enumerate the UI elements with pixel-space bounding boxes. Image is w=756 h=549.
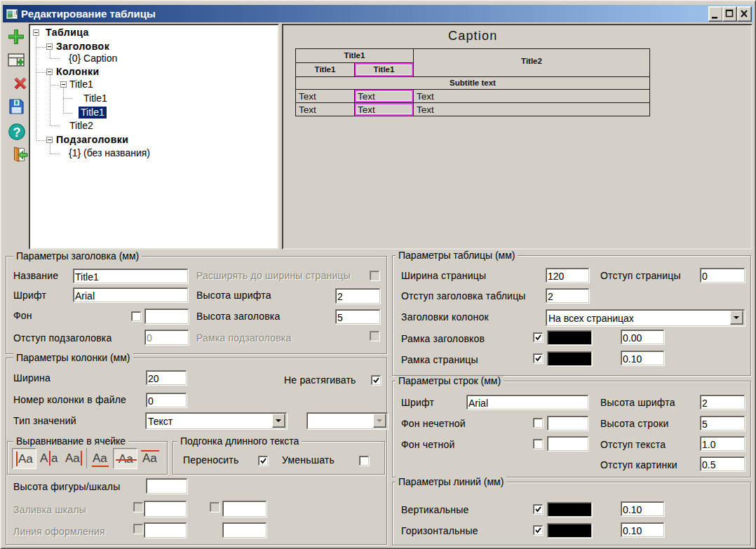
svg-text:?: ? bbox=[13, 126, 21, 140]
